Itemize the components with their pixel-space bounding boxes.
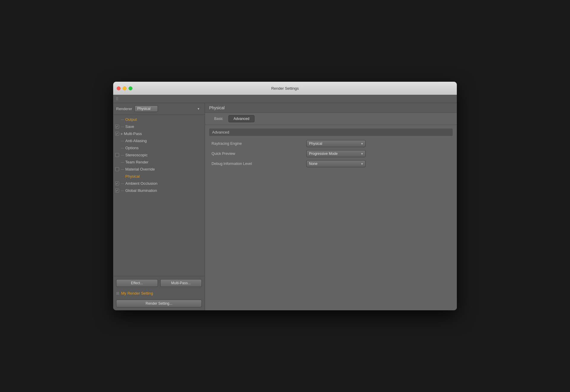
section-header: Advanced: [209, 128, 453, 136]
raytracing-engine-dropdown[interactable]: Physical Embree GPU: [306, 140, 366, 147]
sidebar-item-team-render[interactable]: — Team Render: [113, 158, 205, 166]
dash-antialiasing: —: [121, 139, 124, 142]
checkbox-col-save: ✓: [113, 125, 121, 128]
nav-list: — Output ✓ — Save ✓ ▶ Mult: [113, 115, 205, 276]
renderer-label: Renderer: [116, 107, 132, 111]
gi-checkbox[interactable]: ✓: [115, 189, 119, 192]
materialoverride-checkbox[interactable]: [115, 167, 119, 171]
sidebar-item-physical[interactable]: — Physical: [113, 173, 205, 180]
quick-preview-dropdown[interactable]: Progressive Mode None Full: [306, 150, 366, 157]
close-button[interactable]: [117, 86, 121, 90]
material-override-label: Material Override: [125, 167, 155, 171]
dash-physical: —: [121, 174, 124, 178]
save-checkbox[interactable]: ✓: [115, 125, 119, 128]
renderer-dropdown-wrapper: Physical Standard Software ▼: [135, 105, 202, 112]
expand-icon: ⊞: [116, 291, 119, 295]
checkbox-col-ao: ✓: [113, 181, 121, 185]
debug-information-label: Debug Information Level: [212, 162, 271, 166]
minimize-button[interactable]: [123, 86, 127, 90]
title-bar: Render Settings: [113, 82, 457, 95]
advanced-section: Advanced Raytracing Engine . . . . Physi…: [205, 125, 457, 174]
sidebar-item-anti-aliasing[interactable]: — Anti-Aliasing: [113, 137, 205, 144]
physical-label: Physical: [125, 174, 140, 179]
dash-save: —: [121, 125, 124, 128]
quick-preview-dropdown-wrapper: Progressive Mode None Full ▼: [306, 150, 366, 157]
raytracing-engine-label: Raytracing Engine: [212, 142, 271, 146]
multipass-label: Multi-Pass: [124, 131, 142, 136]
panel-title: Physical: [209, 105, 225, 110]
sidebar-item-material-override[interactable]: — Material Override: [113, 166, 205, 173]
checkbox-col-multipass: ✓: [113, 132, 121, 136]
dash-gi: —: [121, 189, 124, 192]
renderer-row: Renderer Physical Standard Software ▼: [113, 103, 205, 115]
sidebar-item-options[interactable]: — Options: [113, 144, 205, 151]
sidebar-item-stereoscopic[interactable]: — Stereoscopic: [113, 151, 205, 158]
tab-basic[interactable]: Basic: [209, 115, 228, 122]
checkbox-col-stereoscopic: [113, 153, 121, 157]
maximize-button[interactable]: [129, 86, 132, 90]
traffic-lights: [117, 86, 132, 90]
render-setting-row: ⊞ My Render Setting: [116, 290, 202, 297]
dash-output: —: [121, 118, 124, 121]
grid-icon: ⠿: [116, 97, 119, 101]
quick-preview-row: Quick Preview . . . . . . . . . . Progre…: [209, 150, 453, 157]
output-label: Output: [125, 117, 137, 122]
stereoscopic-checkbox[interactable]: [115, 153, 119, 157]
multipass-checkbox[interactable]: ✓: [115, 132, 119, 136]
raytracing-engine-row: Raytracing Engine . . . . Physical Embre…: [209, 140, 453, 147]
team-render-label: Team Render: [125, 160, 148, 164]
dash-stereoscopic: —: [121, 153, 124, 157]
ao-checkbox[interactable]: ✓: [115, 181, 119, 185]
sidebar: Renderer Physical Standard Software ▼ — …: [113, 103, 205, 310]
tabs-row: Basic Advanced: [205, 113, 457, 125]
tab-advanced[interactable]: Advanced: [228, 115, 254, 122]
render-settings-window: Render Settings ⠿ Renderer Physical Stan…: [113, 82, 457, 310]
multipass-arrow: ▶: [121, 132, 123, 135]
global-illumination-label: Global Illumination: [125, 188, 157, 193]
debug-information-dropdown-wrapper: None Low Medium High ▼: [306, 160, 366, 167]
dash-options: —: [121, 146, 124, 150]
debug-information-row: Debug Information Level None Low Medium …: [209, 160, 453, 167]
dash-ao: —: [121, 181, 124, 185]
renderer-dropdown[interactable]: Physical Standard Software: [135, 105, 158, 112]
checkbox-col-gi: ✓: [113, 189, 121, 192]
renderer-dropdown-arrow: ▼: [197, 107, 200, 110]
checkbox-col-materialoverride: [113, 167, 121, 171]
multipass-button[interactable]: Multi-Pass...: [160, 279, 202, 287]
sidebar-item-output[interactable]: — Output: [113, 116, 205, 123]
raytracing-dots: . . . .: [271, 142, 306, 145]
sidebar-buttons: Effect... Multi-Pass...: [116, 279, 202, 287]
sidebar-item-multipass[interactable]: ✓ ▶ Multi-Pass: [113, 130, 205, 137]
debug-information-dropdown[interactable]: None Low Medium High: [306, 160, 366, 167]
sidebar-item-ambient-occlusion[interactable]: ✓ — Ambient Occlusion: [113, 180, 205, 187]
sidebar-item-save[interactable]: ✓ — Save: [113, 123, 205, 130]
quick-preview-label: Quick Preview: [212, 152, 271, 156]
panel-header: Physical: [205, 103, 457, 113]
my-render-setting-label: My Render Setting: [121, 291, 153, 295]
raytracing-engine-dropdown-wrapper: Physical Embree GPU ▼: [306, 140, 366, 147]
dash-teamrender: —: [121, 160, 124, 164]
render-setting-button[interactable]: Render Setting...: [116, 300, 202, 307]
stereoscopic-label: Stereoscopic: [125, 153, 148, 157]
sidebar-item-global-illumination[interactable]: ✓ — Global Illumination: [113, 187, 205, 194]
anti-aliasing-label: Anti-Aliasing: [125, 139, 147, 143]
options-label: Options: [125, 146, 139, 150]
toolbar-strip: ⠿: [113, 95, 457, 103]
ambient-occlusion-label: Ambient Occlusion: [125, 181, 157, 186]
quick-preview-dots: . . . . . . . . . .: [271, 152, 306, 155]
dash-materialoverride: —: [121, 167, 124, 171]
effect-button[interactable]: Effect...: [116, 279, 158, 287]
sidebar-footer: Effect... Multi-Pass... ⊞ My Render Sett…: [113, 276, 205, 310]
save-label: Save: [125, 124, 134, 129]
right-panel: Physical Basic Advanced Advanced Raytrac…: [205, 103, 457, 310]
window-title: Render Settings: [271, 86, 299, 91]
main-content: Renderer Physical Standard Software ▼ — …: [113, 103, 457, 310]
